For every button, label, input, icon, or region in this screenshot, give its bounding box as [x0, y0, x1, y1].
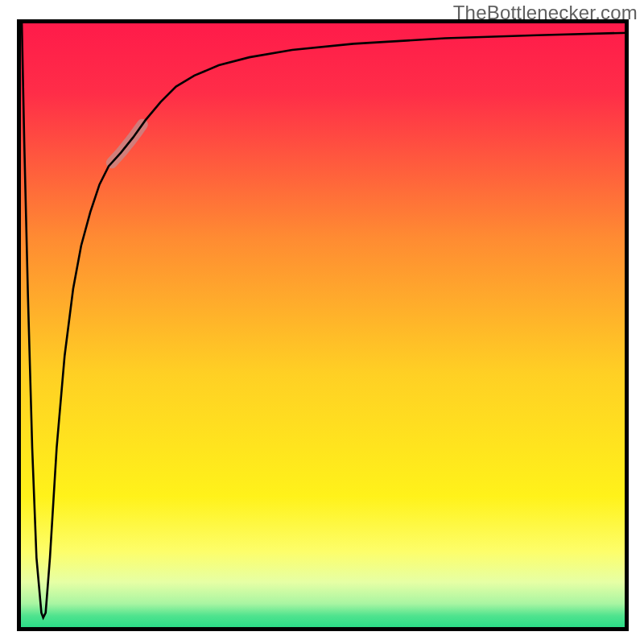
watermark-label: TheBottleneсker.com	[453, 2, 638, 24]
chart-container: TheBottleneсker.com	[0, 0, 644, 644]
axes-border	[17, 19, 629, 631]
plot-area	[17, 19, 629, 631]
